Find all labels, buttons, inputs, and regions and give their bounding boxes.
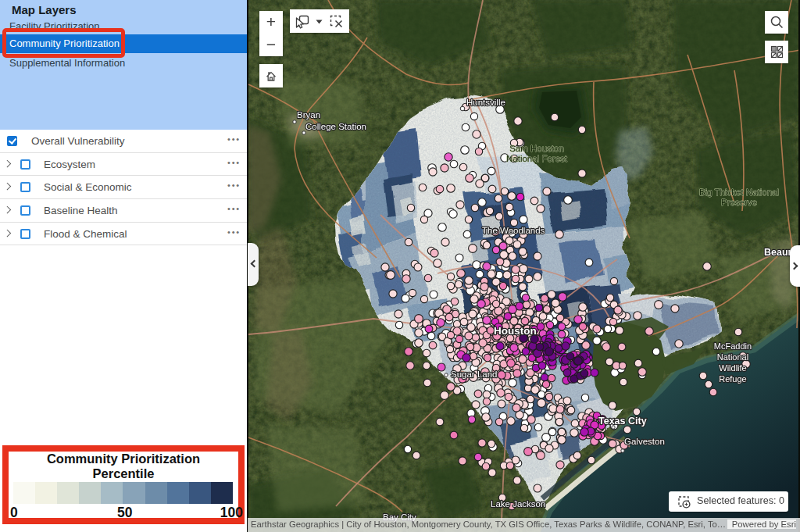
svg-text:Galveston: Galveston bbox=[624, 437, 665, 446]
svg-text:College Station: College Station bbox=[305, 122, 366, 131]
svg-text:Texas City: Texas City bbox=[598, 416, 647, 427]
svg-text:Refuge: Refuge bbox=[719, 374, 746, 384]
svg-text:National: National bbox=[717, 352, 748, 362]
svg-text:Bryan: Bryan bbox=[297, 110, 320, 120]
svg-text:The Woodlands: The Woodlands bbox=[482, 226, 545, 235]
svg-text:Preserve: Preserve bbox=[721, 198, 757, 207]
svg-text:Huntsville: Huntsville bbox=[466, 98, 505, 107]
svg-text:Lake Jackson: Lake Jackson bbox=[491, 499, 545, 509]
svg-text:National Forest: National Forest bbox=[506, 154, 568, 163]
svg-text:McFaddin: McFaddin bbox=[714, 341, 752, 351]
svg-text:Wildlife: Wildlife bbox=[719, 363, 746, 373]
svg-text:Sugar Land: Sugar Land bbox=[451, 370, 497, 379]
svg-text:Big Thicket National: Big Thicket National bbox=[699, 187, 779, 197]
svg-text:Sam Houston: Sam Houston bbox=[509, 144, 564, 153]
svg-text:Houston: Houston bbox=[494, 325, 537, 337]
